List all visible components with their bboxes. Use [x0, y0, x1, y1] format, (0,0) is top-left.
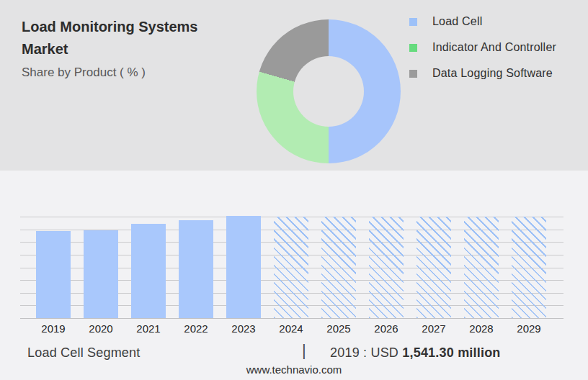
title-block: Load Monitoring Systems Market Share by … — [22, 16, 245, 80]
bar-2024-forecast — [274, 217, 308, 318]
bar-xlabels: 2019202020212022202320242025202620272028… — [20, 322, 564, 335]
value-amount: 1,541.30 million — [402, 345, 500, 360]
xaxis-label-2029: 2029 — [505, 322, 553, 335]
legend-swatch-icon — [409, 44, 417, 52]
legend-label: Indicator And Controller — [432, 41, 556, 54]
bar-2028-forecast — [464, 217, 499, 318]
bar-2022 — [179, 220, 213, 318]
value-prefix: 2019 : USD — [330, 345, 402, 360]
website-url: www.technavio.com — [0, 363, 588, 376]
xaxis-label-2021: 2021 — [125, 322, 172, 335]
xaxis-label-2027: 2027 — [410, 322, 458, 335]
bar-2026-forecast — [369, 217, 404, 318]
legend-swatch-icon — [409, 70, 417, 78]
footer-separator: | — [302, 341, 306, 360]
xaxis-label-2022: 2022 — [172, 322, 220, 335]
bar-2025-forecast — [321, 217, 356, 318]
legend-item-data-logging-software: Data Logging Software — [409, 60, 556, 86]
donut-chart — [257, 19, 401, 163]
segment-label: Load Cell Segment — [27, 345, 141, 361]
xaxis-label-2020: 2020 — [77, 322, 125, 335]
legend-swatch-icon — [409, 18, 417, 26]
donut-chart-section: Load Monitoring Systems Market Share by … — [0, 0, 588, 171]
donut-legend: Load CellIndicator And ControllerData Lo… — [409, 9, 556, 86]
xaxis-label-2028: 2028 — [458, 322, 505, 335]
bar-plot — [20, 217, 564, 319]
chart-subtitle: Share by Product ( % ) — [22, 65, 245, 80]
segment-value: 2019 : USD 1,541.30 million — [330, 345, 501, 361]
xaxis-label-2024: 2024 — [267, 322, 315, 335]
legend-label: Data Logging Software — [432, 67, 553, 80]
xaxis-label-2019: 2019 — [30, 322, 77, 335]
bar-2020 — [84, 230, 118, 318]
bar-2019 — [36, 231, 71, 318]
legend-item-indicator-and-controller: Indicator And Controller — [409, 35, 556, 60]
xaxis-label-2026: 2026 — [362, 322, 410, 335]
legend-item-load-cell: Load Cell — [409, 9, 556, 35]
bar-2021 — [131, 224, 166, 318]
bar-2029-forecast — [512, 217, 546, 318]
legend-label: Load Cell — [432, 15, 482, 28]
bar-2023 — [226, 216, 261, 318]
xaxis-label-2023: 2023 — [220, 322, 267, 335]
xaxis-label-2025: 2025 — [315, 322, 362, 335]
donut-hole — [293, 56, 364, 127]
bar-2027-forecast — [416, 217, 451, 318]
page-title: Load Monitoring Systems Market — [22, 16, 245, 60]
